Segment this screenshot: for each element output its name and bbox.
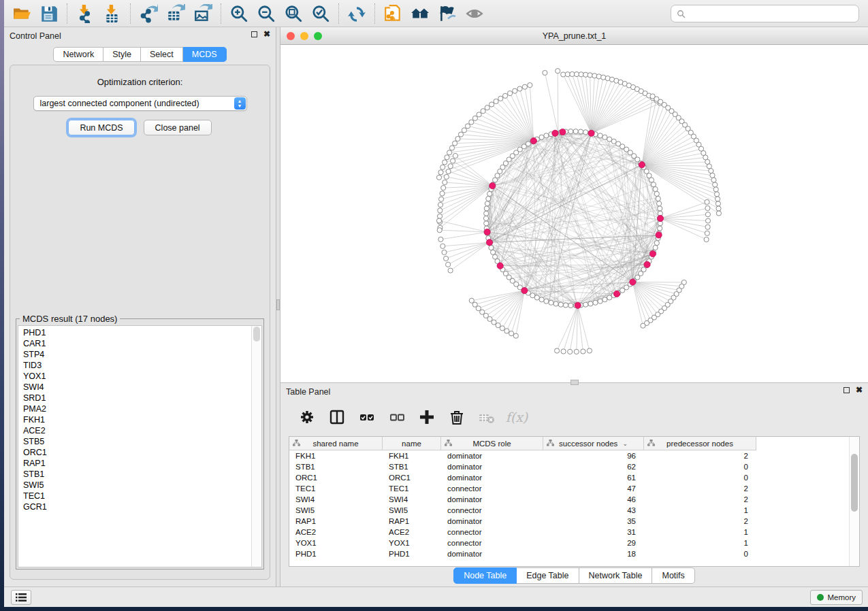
column-header-predecessor-nodes[interactable]: predecessor nodes — [644, 437, 756, 450]
vertical-splitter[interactable] — [276, 27, 280, 587]
table-row[interactable]: SWI4SWI4dominator462 — [289, 494, 849, 505]
mcds-result-item[interactable]: ACE2 — [18, 425, 251, 436]
tab-node-table[interactable]: Node Table — [453, 567, 517, 584]
delete-icon[interactable] — [445, 406, 468, 428]
optimization-criterion-select[interactable]: largest connected component (undirected)… — [33, 96, 247, 111]
network-canvas[interactable] — [280, 45, 868, 382]
mcds-result-list[interactable]: PHD1CAR1STP4TID3YOX1SWI4SRD1PMA2FKH1ACE2… — [18, 325, 262, 567]
table-row[interactable]: SWI5SWI5connector431 — [289, 505, 849, 516]
close-panel-icon[interactable]: ✖ — [263, 31, 270, 37]
open-folder-icon[interactable] — [8, 2, 35, 25]
zoom-out-icon[interactable] — [253, 2, 280, 25]
tab-network-table[interactable]: Network Table — [579, 567, 653, 584]
network-title: YPA_prune.txt_1 — [543, 31, 607, 41]
mcds-result-item[interactable]: TID3 — [18, 360, 251, 371]
search-icon — [677, 10, 686, 18]
memory-button[interactable]: Memory — [810, 590, 863, 605]
show-icon[interactable] — [461, 2, 488, 25]
deselect-all-icon[interactable] — [385, 406, 408, 428]
tree-icon — [547, 440, 554, 448]
mcds-result-item[interactable]: FKH1 — [18, 414, 251, 425]
node-table: shared namenameMCDS rolesuccessor nodes⌄… — [289, 436, 860, 567]
mcds-result-group: MCDS result (17 nodes) PHD1CAR1STP4TID3Y… — [16, 318, 264, 569]
import-network-icon[interactable] — [71, 2, 99, 25]
column-header-name[interactable]: name — [383, 437, 441, 450]
mcds-result-item[interactable]: SRD1 — [18, 393, 251, 403]
gear-icon[interactable] — [295, 406, 319, 428]
splitter-grip[interactable] — [276, 299, 280, 310]
column-header-successor-nodes[interactable]: successor nodes⌄ — [543, 437, 644, 450]
minimize-window-icon[interactable] — [300, 32, 308, 40]
table-row[interactable]: TEC1TEC1connector472 — [289, 483, 849, 494]
mcds-result-item[interactable]: CAR1 — [18, 338, 251, 349]
maximize-window-icon[interactable] — [314, 32, 322, 40]
table-row[interactable]: ORC1ORC1dominator610 — [289, 472, 849, 483]
mcds-result-item[interactable]: SWI5 — [18, 480, 251, 491]
mcds-result-item[interactable]: PHD1 — [18, 327, 251, 338]
mcds-result-item[interactable]: STP4 — [18, 349, 251, 360]
network-document-icon[interactable] — [379, 2, 406, 25]
save-icon[interactable] — [35, 2, 63, 25]
search-input[interactable] — [689, 9, 853, 18]
tab-style[interactable]: Style — [103, 47, 141, 62]
mcds-tab-content: Optimization criterion: largest connecte… — [10, 65, 270, 580]
mcds-result-item[interactable]: TEC1 — [18, 491, 251, 501]
export-network-icon[interactable] — [135, 2, 162, 25]
neighbors-icon[interactable] — [406, 2, 434, 25]
refresh-icon[interactable] — [343, 2, 370, 25]
zoom-fit-icon[interactable] — [280, 2, 307, 25]
mcds-result-item[interactable]: RAP1 — [18, 458, 251, 469]
tab-select[interactable]: Select — [141, 47, 183, 62]
network-view-frame: YPA_prune.txt_1 — [280, 27, 868, 382]
hide-icon[interactable] — [434, 2, 461, 25]
mcds-result-item[interactable]: SWI4 — [18, 382, 251, 393]
mcds-result-item[interactable]: STB5 — [18, 436, 251, 447]
search-box[interactable] — [671, 5, 859, 22]
mcds-list-scrollbar[interactable] — [251, 326, 261, 567]
mcds-result-item[interactable]: PMA2 — [18, 403, 251, 414]
close-panel-icon[interactable]: ✖ — [856, 387, 863, 393]
toolbar-separator — [338, 3, 339, 24]
right-column: YPA_prune.txt_1 Table Panel ✖ f(x) s — [280, 27, 868, 587]
list-icon — [16, 593, 27, 601]
export-image-icon[interactable] — [189, 2, 216, 25]
table-row[interactable]: RAP1RAP1dominator352 — [289, 516, 849, 527]
run-mcds-button[interactable]: Run MCDS — [68, 120, 134, 135]
export-table-icon[interactable] — [162, 2, 189, 25]
network-titlebar: YPA_prune.txt_1 — [280, 27, 868, 45]
add-icon[interactable] — [415, 406, 438, 428]
table-panel: Table Panel ✖ f(x) shared namenameMCDS r… — [280, 382, 868, 587]
tab-edge-table[interactable]: Edge Table — [517, 567, 579, 584]
table-row[interactable]: FKH1FKH1dominator962 — [289, 450, 849, 461]
float-panel-icon[interactable] — [843, 387, 850, 393]
sort-desc-icon: ⌄ — [622, 440, 628, 447]
main-area: Control Panel ✖ NetworkStyleSelectMCDS O… — [4, 27, 868, 587]
close-window-icon[interactable] — [287, 32, 295, 40]
mcds-result-item[interactable]: ORC1 — [18, 447, 251, 458]
select-stepper-icon: ▲▼ — [234, 97, 246, 110]
table-scrollbar[interactable] — [849, 437, 859, 566]
tab-mcds[interactable]: MCDS — [183, 47, 227, 62]
select-all-icon[interactable] — [355, 406, 379, 428]
mcds-result-item[interactable]: YOX1 — [18, 371, 251, 382]
table-row[interactable]: STB1STB1dominator620 — [289, 461, 849, 472]
zoom-in-icon[interactable] — [225, 2, 253, 25]
import-table-disabled-icon — [475, 406, 498, 428]
table-row[interactable]: ACE2ACE2connector311 — [289, 527, 849, 538]
task-history-button[interactable] — [11, 590, 31, 605]
close-panel-button[interactable]: Close panel — [144, 120, 212, 135]
tab-network[interactable]: Network — [53, 47, 103, 62]
application-window: Control Panel ✖ NetworkStyleSelectMCDS O… — [4, 0, 868, 607]
mcds-result-item[interactable]: STB1 — [18, 469, 251, 480]
tab-motifs[interactable]: Motifs — [652, 567, 694, 584]
mcds-result-item[interactable]: GCR1 — [18, 501, 251, 512]
table-panel-header: Table Panel ✖ — [280, 383, 868, 401]
table-row[interactable]: YOX1YOX1connector291 — [289, 538, 849, 548]
column-header-shared-name[interactable]: shared name — [289, 437, 383, 450]
columns-icon[interactable] — [325, 406, 349, 428]
table-row[interactable]: PHD1PHD1dominator180 — [289, 548, 849, 559]
float-panel-icon[interactable] — [251, 31, 257, 37]
import-table-icon[interactable] — [99, 2, 126, 25]
column-header-MCDS-role[interactable]: MCDS role — [441, 437, 543, 450]
zoom-selected-icon[interactable] — [307, 2, 334, 25]
